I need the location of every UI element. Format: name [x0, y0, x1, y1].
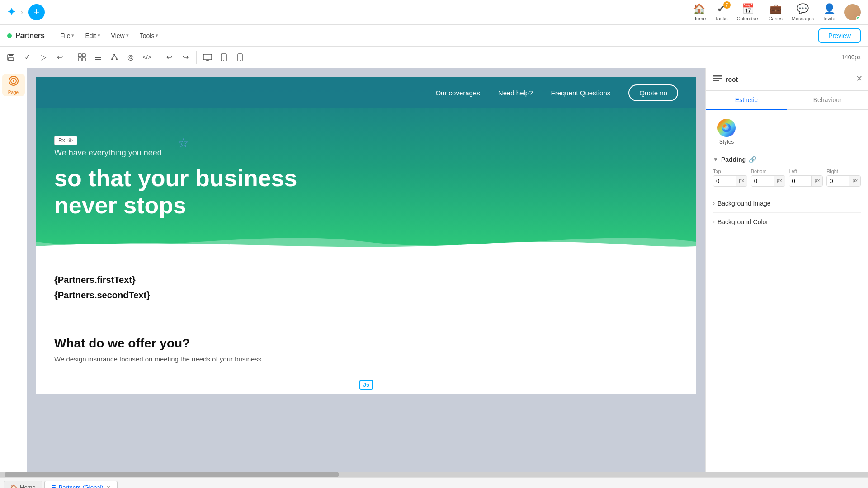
- app-title: Partners: [15, 32, 45, 40]
- desktop-toolbar-btn[interactable]: [200, 50, 215, 65]
- svg-line-13: [112, 56, 114, 58]
- section-title: What do we offer you?: [54, 336, 678, 351]
- calendars-icon: 📅: [742, 3, 754, 15]
- tab-esthetic[interactable]: Esthetic: [706, 91, 787, 110]
- padding-right-unit: px: [849, 176, 860, 186]
- app-indicator: [7, 33, 12, 38]
- home-tab-label: Home: [20, 484, 36, 488]
- partners-tab-close[interactable]: ✕: [106, 484, 111, 488]
- bg-color-header[interactable]: › Background Color: [713, 217, 861, 226]
- partners-tab-icon: ☰: [51, 484, 56, 488]
- site-wave: [36, 228, 696, 255]
- svg-point-12: [116, 58, 118, 60]
- padding-right-input[interactable]: [827, 176, 849, 186]
- redo-toolbar-btn[interactable]: ↪: [178, 50, 193, 65]
- export-toolbar-btn[interactable]: ↩: [52, 50, 67, 65]
- star-icon[interactable]: ☆: [178, 136, 189, 150]
- layers-toolbar-btn[interactable]: [91, 50, 105, 65]
- padding-left: Left px: [789, 169, 823, 187]
- partners-tab-label: Partners (Global): [59, 484, 104, 488]
- padding-bottom-input[interactable]: [751, 176, 774, 186]
- bottom-tab-partners[interactable]: ☰ Partners (Global) ✕: [44, 481, 118, 488]
- bg-image-header[interactable]: › Background Image: [713, 199, 861, 208]
- menu-file[interactable]: File ▾: [56, 30, 79, 41]
- bg-image-arrow-icon: ›: [713, 200, 715, 206]
- svg-rect-6: [82, 58, 85, 61]
- scroll-thumb[interactable]: [5, 472, 339, 477]
- cases-nav-item[interactable]: 💼 Cases: [769, 3, 783, 21]
- home-tab-icon: 🏠: [10, 484, 17, 488]
- cases-label: Cases: [769, 16, 783, 21]
- play-toolbar-btn[interactable]: ▷: [36, 50, 51, 65]
- padding-bottom-unit: px: [774, 176, 785, 186]
- canvas-area[interactable]: Our coverages Need help? Frequent Questi…: [27, 68, 705, 472]
- root-icon: [713, 75, 722, 84]
- edit-arrow: ▾: [98, 33, 100, 38]
- svg-rect-4: [82, 54, 85, 57]
- rx-edit-icon[interactable]: 👁: [67, 137, 73, 144]
- cases-icon: 💼: [769, 3, 782, 15]
- horizontal-scrollbar[interactable]: [0, 472, 868, 477]
- top-nav: ✦ › + 🏠 Home ✔ 7 Tasks 📅 Calendars 💼 Cas…: [0, 0, 868, 25]
- js-badge[interactable]: Js: [359, 380, 373, 390]
- preview-button[interactable]: Preview: [818, 28, 861, 43]
- undo-toolbar-btn[interactable]: ↩: [162, 50, 176, 65]
- menu-tools[interactable]: Tools ▾: [135, 30, 163, 41]
- invite-label: Invite: [823, 16, 835, 21]
- nav-icons: 🏠 Home ✔ 7 Tasks 📅 Calendars 💼 Cases 💬 M…: [693, 3, 861, 21]
- target-toolbar-btn[interactable]: ◎: [123, 50, 138, 65]
- check-toolbar-btn[interactable]: ✓: [20, 50, 34, 65]
- home-nav-item[interactable]: 🏠 Home: [693, 3, 706, 21]
- padding-left-label: Left: [789, 169, 823, 174]
- save-toolbar-btn[interactable]: [4, 50, 18, 65]
- padding-top-input[interactable]: [713, 176, 736, 186]
- tasks-nav-item[interactable]: ✔ 7 Tasks: [715, 3, 727, 21]
- calendars-label: Calendars: [737, 16, 760, 21]
- sidebar-item-page[interactable]: Page: [2, 74, 25, 96]
- app-bar: Partners File ▾ Edit ▾ View ▾ Tools ▾ Pr…: [0, 25, 868, 47]
- svg-point-21: [240, 60, 241, 61]
- root-label: root: [726, 76, 738, 83]
- padding-section-header[interactable]: ▼ Padding 🔗: [713, 156, 861, 163]
- nav-link-coverages[interactable]: Our coverages: [435, 89, 480, 97]
- site-section: What do we offer you? We design insuranc…: [36, 318, 696, 376]
- first-text: {Partners.firstText}: [54, 273, 678, 286]
- bg-color-label: Background Color: [717, 218, 768, 225]
- add-comp-toolbar-btn[interactable]: [75, 50, 89, 65]
- menu-view[interactable]: View ▾: [107, 30, 133, 41]
- bg-color-section: › Background Color: [713, 212, 861, 231]
- tab-behaviour[interactable]: Behaviour: [787, 91, 868, 110]
- toolbar: ✓ ▷ ↩ ◎ </> ↩ ↪: [0, 47, 868, 68]
- canvas-content: Our coverages Need help? Frequent Questi…: [36, 77, 696, 394]
- styles-icon: [717, 119, 736, 137]
- styles-button[interactable]: Styles: [713, 119, 740, 145]
- padding-right-label: Right: [826, 169, 861, 174]
- menu-edit[interactable]: Edit ▾: [80, 30, 104, 41]
- svg-rect-5: [78, 58, 81, 61]
- svg-rect-25: [713, 75, 722, 77]
- tablet-toolbar-btn[interactable]: [217, 50, 231, 65]
- structure-toolbar-btn[interactable]: [107, 50, 122, 65]
- file-arrow: ▾: [71, 33, 74, 38]
- panel-close-button[interactable]: ✕: [856, 74, 863, 84]
- bg-color-arrow-icon: ›: [713, 219, 715, 225]
- sidebar-item-label: Page: [8, 90, 19, 95]
- nav-cta-quote[interactable]: Quote no: [628, 84, 678, 101]
- zoom-level[interactable]: 1400px: [838, 52, 864, 62]
- invite-nav-item[interactable]: 👤 Invite: [823, 3, 835, 21]
- padding-label: Padding: [721, 156, 746, 163]
- nav-link-help[interactable]: Need help?: [498, 89, 533, 97]
- avatar[interactable]: [844, 4, 861, 20]
- messages-nav-item[interactable]: 💬 Messages: [792, 3, 814, 21]
- calendars-nav-item[interactable]: 📅 Calendars: [737, 3, 760, 21]
- code-toolbar-btn[interactable]: </>: [140, 50, 154, 65]
- second-text: {Partners.secondText}: [54, 289, 678, 301]
- add-button[interactable]: +: [28, 4, 45, 20]
- padding-link-icon: 🔗: [749, 156, 756, 163]
- nav-arrow[interactable]: ›: [21, 9, 23, 16]
- nav-link-faq[interactable]: Frequent Questions: [551, 89, 611, 97]
- padding-left-input[interactable]: [789, 176, 811, 186]
- mobile-toolbar-btn[interactable]: [233, 50, 247, 65]
- bottom-tab-home[interactable]: 🏠 Home: [4, 481, 42, 488]
- panel-tabs: Esthetic Behaviour: [706, 91, 868, 110]
